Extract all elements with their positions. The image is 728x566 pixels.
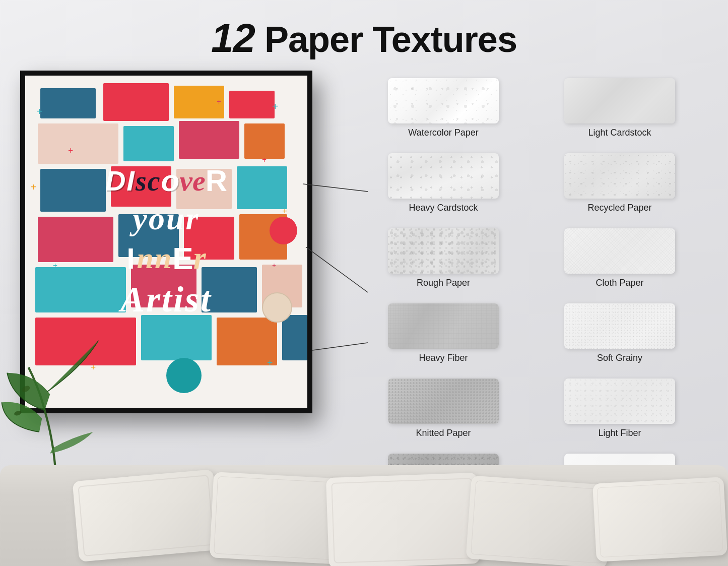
texture-label-knitted: Knitted Paper: [416, 428, 471, 438]
texture-item-watercolor: Watercolor Paper: [365, 78, 521, 138]
texture-label-light-cardstock: Light Cardstock: [588, 128, 651, 138]
texture-item-cloth: Cloth Paper: [542, 228, 698, 288]
pillow-area: [0, 465, 728, 566]
texture-swatch-cloth: [564, 228, 675, 274]
texture-swatch-soft-grainy: [564, 303, 675, 349]
texture-swatch-knitted: [388, 379, 499, 424]
texture-label-cloth: Cloth Paper: [595, 278, 643, 288]
texture-item-knitted: Knitted Paper: [365, 379, 521, 438]
plant-decoration: [0, 319, 111, 480]
texture-item-light-fiber: Light Fiber: [542, 379, 698, 438]
page-title: 12 Paper Textures: [211, 19, 517, 59]
texture-item-rough: Rough Paper: [365, 228, 521, 288]
page-header: 12 Paper Textures: [0, 15, 728, 61]
texture-label-heavy-fiber: Heavy Fiber: [419, 353, 468, 363]
texture-swatch-watercolor: [388, 78, 499, 123]
texture-label-light-fiber: Light Fiber: [598, 428, 641, 438]
texture-swatch-light-cardstock: [564, 78, 675, 123]
title-text: Paper Textures: [255, 19, 517, 59]
texture-swatch-heavy-cardstock: [388, 153, 499, 199]
texture-label-rough: Rough Paper: [417, 278, 470, 288]
texture-item-recycled: Recycled Paper: [542, 153, 698, 213]
texture-swatch-light-fiber: [564, 379, 675, 424]
texture-label-recycled: Recycled Paper: [587, 203, 651, 213]
texture-swatch-rough: [388, 228, 499, 274]
texture-item-soft-grainy: Soft Grainy: [542, 303, 698, 363]
texture-item-heavy-cardstock: Heavy Cardstock: [365, 153, 521, 213]
texture-item-light-cardstock: Light Cardstock: [542, 78, 698, 138]
texture-label-watercolor: Watercolor Paper: [408, 128, 478, 138]
texture-label-heavy-cardstock: Heavy Cardstock: [409, 203, 478, 213]
texture-swatch-recycled: [564, 153, 675, 199]
texture-grid: Watercolor Paper Light Cardstock Heavy C…: [365, 78, 698, 514]
texture-swatch-heavy-fiber: [388, 303, 499, 349]
title-number: 12: [211, 16, 255, 60]
texture-item-heavy-fiber: Heavy Fiber: [365, 303, 521, 363]
texture-label-soft-grainy: Soft Grainy: [597, 353, 642, 363]
